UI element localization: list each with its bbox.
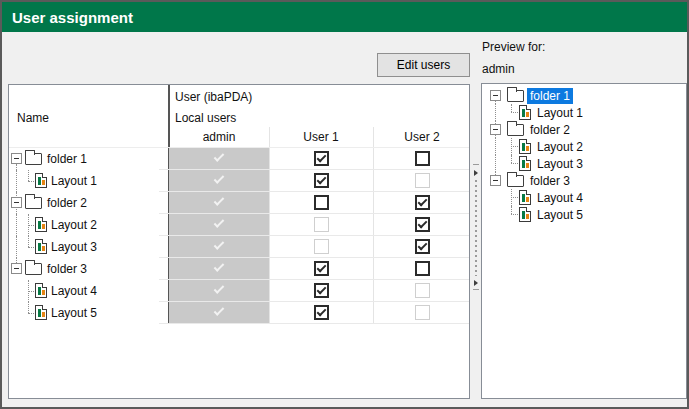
checkbox-user-2[interactable] xyxy=(415,217,430,232)
tree-row[interactable]: Layout 3 xyxy=(9,236,469,258)
layout-icon-bar-green xyxy=(522,109,525,117)
tree-item-label: folder 1 xyxy=(527,88,573,104)
cell-user-1 xyxy=(269,302,373,323)
tree-row[interactable]: Layout 4 xyxy=(9,280,469,302)
layout-icon-fold xyxy=(42,283,47,288)
layout-icon-bar-green xyxy=(38,309,41,317)
checkbox-user-1[interactable] xyxy=(314,261,329,276)
tree-connector-line xyxy=(28,181,34,182)
layout-icon-bar-green xyxy=(38,287,41,295)
checkbox-admin xyxy=(212,173,227,188)
tree-item-label: Layout 3 xyxy=(534,156,586,172)
collapse-toggle-icon[interactable] xyxy=(490,124,501,135)
layout-icon-bar-orange xyxy=(42,312,45,317)
checkbox-user-2[interactable] xyxy=(415,239,430,254)
tree-connector-line xyxy=(28,291,34,292)
tree-row[interactable]: folder 3 xyxy=(9,258,469,280)
collapse-toggle-icon[interactable] xyxy=(490,175,501,186)
layout-icon xyxy=(519,190,531,205)
cell-user-1 xyxy=(269,192,373,213)
preview-tree-row[interactable]: folder 1 xyxy=(482,87,686,104)
layout-icon-bar-green xyxy=(522,143,525,151)
splitter-dash xyxy=(473,289,479,290)
collapse-toggle-icon[interactable] xyxy=(490,90,501,101)
checkbox-user-1[interactable] xyxy=(314,173,329,188)
checkbox-user-2[interactable] xyxy=(415,195,430,210)
checkbox-user-1[interactable] xyxy=(314,151,329,166)
column-header-admin[interactable]: admin xyxy=(169,127,269,147)
collapse-toggle-icon[interactable] xyxy=(11,263,22,274)
collapse-toggle-icon[interactable] xyxy=(11,153,22,164)
preview-tree-row[interactable]: folder 3 xyxy=(482,172,686,189)
tree-connector-line xyxy=(511,104,512,112)
preview-tree-row[interactable]: Layout 2 xyxy=(482,138,686,155)
checkbox-user-1[interactable] xyxy=(314,195,329,210)
collapse-arrow-icon[interactable] xyxy=(474,280,478,286)
tree-row[interactable]: Layout 2 xyxy=(9,214,469,236)
tree-item-label: folder 3 xyxy=(527,173,573,189)
layout-icon-bar-orange xyxy=(42,224,45,229)
collapse-arrow-icon[interactable] xyxy=(474,170,478,176)
panel-splitter[interactable] xyxy=(472,84,481,399)
cell-admin xyxy=(169,192,269,213)
preview-tree-row[interactable]: Layout 4 xyxy=(482,189,686,206)
layout-icon xyxy=(519,207,531,222)
tree-connector-line xyxy=(16,170,17,192)
checkbox-user-1[interactable] xyxy=(314,305,329,320)
preview-tree-row[interactable]: folder 2 xyxy=(482,121,686,138)
layout-icon-bar-orange xyxy=(42,180,45,185)
preview-tree-row[interactable]: Layout 5 xyxy=(482,206,686,223)
checkbox-admin xyxy=(212,217,227,232)
layout-icon xyxy=(35,305,47,320)
folder-icon xyxy=(507,90,524,102)
cell-user-2 xyxy=(373,280,470,301)
tree-item-label: folder 2 xyxy=(47,196,87,210)
checkbox-user-1[interactable] xyxy=(314,283,329,298)
tree-row[interactable]: folder 2 xyxy=(9,192,469,214)
preview-tree-row[interactable]: Layout 3 xyxy=(482,155,686,172)
layout-icon-bar-green xyxy=(38,243,41,251)
checkbox-user-2[interactable] xyxy=(415,261,430,276)
column-header-user-1[interactable]: User 1 xyxy=(269,127,373,147)
column-header-user-2[interactable]: User 2 xyxy=(373,127,470,147)
tree-connector-line xyxy=(511,112,518,113)
tree-row[interactable]: folder 1 xyxy=(9,148,469,170)
tree-name-cell: Layout 5 xyxy=(9,302,169,324)
layout-icon-bar-green xyxy=(522,211,525,219)
splitter-grip[interactable] xyxy=(475,180,477,276)
collapse-toggle-icon[interactable] xyxy=(11,197,22,208)
preview-tree-row[interactable]: Layout 1 xyxy=(482,104,686,121)
checkbox-user-2[interactable] xyxy=(415,151,430,166)
layout-icon-bar-green xyxy=(522,194,525,202)
layout-icon xyxy=(519,156,531,171)
layout-icon-bar-green xyxy=(38,177,41,185)
cell-user-2 xyxy=(373,302,470,323)
layout-icon-fold xyxy=(526,156,531,161)
tree-connector-line xyxy=(28,247,34,248)
title-bar: User assignment xyxy=(2,2,687,32)
tree-row[interactable]: Layout 1 xyxy=(9,170,469,192)
cell-user-2 xyxy=(373,236,470,257)
edit-users-button[interactable]: Edit users xyxy=(377,53,470,77)
cell-user-1 xyxy=(269,148,373,169)
preview-tree-panel: folder 1Layout 1folder 2Layout 2Layout 3… xyxy=(481,83,687,399)
tree-item-label: folder 1 xyxy=(47,152,87,166)
checkbox-user-2 xyxy=(415,173,430,188)
cell-user-1 xyxy=(269,170,373,191)
cell-user-2 xyxy=(373,214,470,235)
row-gridline xyxy=(159,323,469,324)
tree-connector-line xyxy=(495,138,496,155)
page-title: User assignment xyxy=(12,9,133,26)
checkbox-admin xyxy=(212,261,227,276)
local-users-header: Local users xyxy=(175,111,236,125)
checkbox-user-1 xyxy=(314,217,329,232)
tree-row[interactable]: Layout 5 xyxy=(9,302,469,324)
tree-connector-line xyxy=(511,197,518,198)
checkbox-user-2 xyxy=(415,283,430,298)
preview-user-value: admin xyxy=(482,62,515,76)
cell-admin xyxy=(169,258,269,279)
tree-item-label: Layout 3 xyxy=(51,240,97,254)
tree-item-label: Layout 5 xyxy=(534,207,586,223)
tree-connector-line xyxy=(28,170,29,181)
user-group-header: User (ibaPDA) xyxy=(175,90,252,104)
